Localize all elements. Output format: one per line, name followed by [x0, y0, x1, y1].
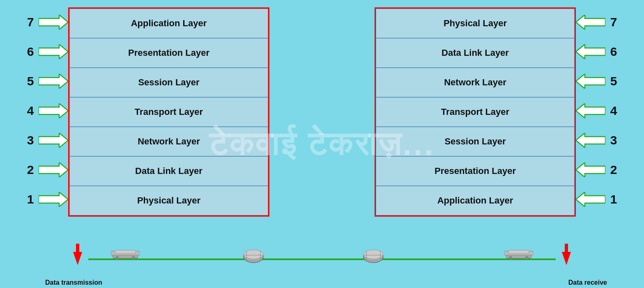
svg-point-35	[509, 256, 512, 259]
left-arrow-7	[39, 15, 68, 30]
svg-rect-17	[115, 250, 136, 254]
left-layer-6: Presentation Layer	[69, 38, 268, 68]
left-layer-5: Session Layer	[69, 68, 268, 97]
svg-marker-37	[562, 244, 571, 265]
network-device-2	[242, 248, 265, 265]
right-layer-3: Session Layer	[376, 127, 575, 156]
right-arrow-3	[576, 133, 605, 148]
right-arrows-numbers: 7 6 5 4	[576, 7, 619, 214]
left-number-4: 4	[25, 104, 36, 118]
right-arrow-1	[576, 192, 605, 207]
data-receive-label: Data receive	[568, 279, 607, 286]
right-arrow-5	[576, 74, 605, 89]
left-number-1: 1	[25, 192, 36, 206]
svg-marker-8	[576, 44, 605, 59]
right-arrow-2	[576, 162, 605, 177]
left-arrow-6	[39, 44, 68, 59]
right-layer-7: Physical Layer	[376, 9, 575, 38]
left-arrow-5	[39, 74, 68, 89]
svg-marker-10	[576, 103, 605, 118]
left-arrow-1	[39, 192, 68, 207]
network-line	[88, 258, 556, 260]
right-number-2: 2	[608, 163, 619, 177]
left-layer-7: Application Layer	[69, 9, 268, 38]
left-layer-2: Data Link Layer	[69, 156, 268, 186]
svg-marker-12	[576, 162, 605, 177]
left-arrows-numbers: 7 6 5	[25, 7, 68, 214]
svg-point-19	[132, 256, 135, 259]
svg-marker-2	[39, 74, 68, 89]
svg-marker-7	[576, 15, 605, 30]
svg-marker-0	[39, 15, 68, 30]
right-number-1: 1	[608, 192, 619, 206]
svg-marker-5	[39, 162, 68, 177]
right-number-3: 3	[608, 133, 619, 147]
right-arrow-6	[576, 44, 605, 59]
svg-marker-13	[576, 192, 605, 207]
left-osi-box: Application Layer Presentation Layer Ses…	[68, 7, 269, 217]
left-number-7: 7	[25, 15, 36, 29]
right-layer-2: Presentation Layer	[376, 156, 575, 186]
svg-marker-9	[576, 74, 605, 89]
left-panel: 7 6 5	[25, 7, 269, 217]
right-panel: Physical Layer Data Link Layer Network L…	[375, 7, 619, 217]
right-layer-5: Network Layer	[376, 68, 575, 97]
svg-marker-6	[39, 192, 68, 207]
left-arrow-2	[39, 162, 68, 177]
right-number-7: 7	[608, 15, 619, 29]
svg-marker-4	[39, 133, 68, 148]
svg-point-36	[525, 256, 529, 259]
network-device-4	[504, 249, 533, 263]
left-layer-4: Transport Layer	[69, 97, 268, 127]
left-arrow-4	[39, 103, 68, 118]
red-arrow-down-left	[73, 244, 82, 267]
left-layer-1: Physical Layer	[69, 186, 268, 215]
right-number-5: 5	[608, 74, 619, 88]
data-transmission-label: Data transmission	[45, 279, 102, 286]
right-layer-6: Data Link Layer	[376, 38, 575, 68]
svg-marker-3	[39, 103, 68, 118]
network-device-1	[111, 249, 140, 263]
svg-rect-34	[508, 250, 529, 254]
left-number-6: 6	[25, 45, 36, 59]
right-layer-1: Application Layer	[376, 186, 575, 215]
left-number-5: 5	[25, 74, 36, 88]
svg-marker-11	[576, 133, 605, 148]
svg-marker-1	[39, 44, 68, 59]
left-layer-3: Network Layer	[69, 127, 268, 156]
svg-point-18	[115, 256, 119, 259]
left-number-2: 2	[25, 163, 36, 177]
svg-marker-14	[73, 244, 82, 265]
right-arrow-7	[576, 15, 605, 30]
red-arrow-down-right	[562, 244, 571, 267]
left-number-3: 3	[25, 133, 36, 147]
right-number-4: 4	[608, 104, 619, 118]
right-number-6: 6	[608, 45, 619, 59]
network-device-3	[362, 248, 385, 265]
right-osi-box: Physical Layer Data Link Layer Network L…	[375, 7, 576, 217]
bottom-network-diagram: Data transmission Data receive	[0, 240, 644, 288]
right-arrow-4	[576, 103, 605, 118]
right-layer-4: Transport Layer	[376, 97, 575, 127]
left-arrow-3	[39, 133, 68, 148]
